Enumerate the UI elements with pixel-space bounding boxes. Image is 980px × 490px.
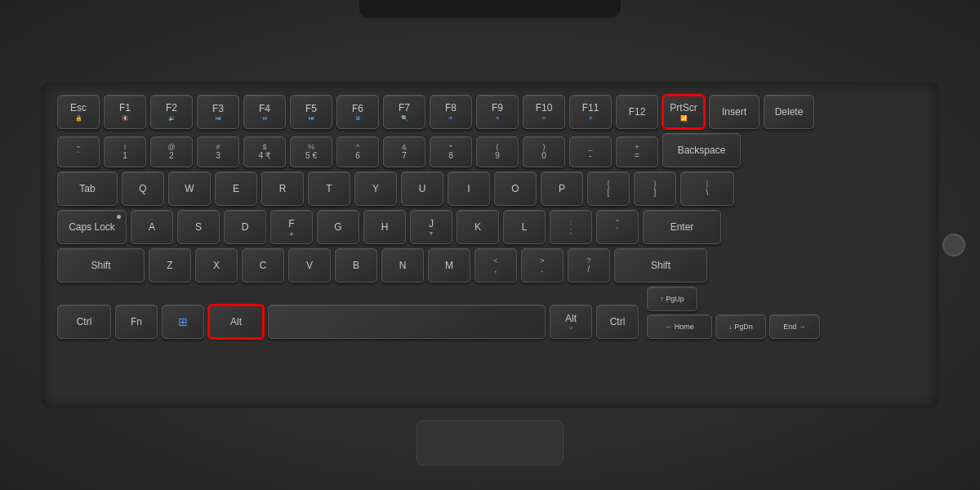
key-period[interactable]: > .: [521, 248, 564, 283]
key-a[interactable]: A: [131, 210, 173, 244]
key-backslash[interactable]: | \: [680, 172, 734, 206]
key-c[interactable]: C: [242, 248, 284, 283]
key-5[interactable]: % 5 €: [290, 136, 332, 167]
key-win[interactable]: ⊞: [162, 305, 204, 339]
key-7[interactable]: & 7: [383, 136, 425, 167]
key-p[interactable]: P: [541, 172, 583, 206]
key-2[interactable]: @ 2: [150, 136, 193, 167]
key-shift-right[interactable]: Shift: [614, 248, 707, 283]
key-tab[interactable]: Tab: [57, 172, 118, 206]
key-enter[interactable]: Enter: [643, 210, 721, 244]
key-minus[interactable]: _ -: [569, 136, 612, 167]
key-t[interactable]: T: [308, 172, 350, 206]
key-f8[interactable]: F8 ✈: [430, 95, 472, 129]
key-esc[interactable]: Esc 🔒: [57, 95, 100, 129]
key-ctrl-right[interactable]: Ctrl: [596, 305, 639, 339]
number-row: ~ ` ! 1 @ 2 # 3 $ 4 ₹ % 5 €: [57, 133, 923, 167]
key-fn[interactable]: Fn: [115, 305, 158, 339]
key-pgup[interactable]: ↑ PgUp: [647, 287, 697, 311]
key-insert[interactable]: Insert: [709, 95, 760, 129]
key-f3[interactable]: F3 ⏮: [197, 95, 239, 129]
nav-cluster: ↑ PgUp ← Home ↓ PgDn End →: [647, 287, 820, 339]
key-q[interactable]: Q: [122, 172, 164, 206]
key-l[interactable]: L: [503, 210, 546, 244]
key-home[interactable]: ← Home: [647, 314, 712, 339]
key-z[interactable]: Z: [149, 248, 191, 283]
key-u[interactable]: U: [401, 172, 443, 206]
key-b[interactable]: B: [335, 248, 377, 283]
zxcv-row: Shift Z X C V B N M < , > . ? / Shift: [57, 248, 923, 283]
key-f7[interactable]: F7 🔍: [383, 95, 425, 129]
key-tilde[interactable]: ~ `: [57, 136, 100, 167]
fn-row: Esc 🔒 F1 🔇 F2 🔉 F3 ⏮ F4 ⏯ F5 ⏭: [57, 95, 923, 129]
key-s[interactable]: S: [177, 210, 220, 244]
key-e[interactable]: E: [215, 172, 257, 206]
key-v[interactable]: V: [288, 248, 331, 283]
key-f1[interactable]: F1 🔇: [104, 95, 146, 129]
key-6[interactable]: ^ 6: [336, 136, 379, 167]
key-r[interactable]: R: [261, 172, 304, 206]
key-f6[interactable]: F6 🖥: [336, 95, 379, 129]
key-end[interactable]: End →: [769, 314, 820, 339]
touchpad[interactable]: [416, 421, 564, 466]
key-g[interactable]: G: [317, 210, 359, 244]
key-h[interactable]: H: [363, 210, 406, 244]
key-comma[interactable]: < ,: [474, 248, 517, 283]
keyboard: Esc 🔒 F1 🔇 F2 🔉 F3 ⏮ F4 ⏯ F5 ⏭: [41, 82, 939, 408]
power-button[interactable]: [942, 234, 965, 256]
key-n[interactable]: N: [381, 248, 424, 283]
qwerty-row: Tab Q W E R T Y U I O P { [ } ] | \: [57, 172, 923, 206]
key-ctrl-left[interactable]: Ctrl: [57, 305, 111, 339]
key-f2[interactable]: F2 🔉: [150, 95, 193, 129]
key-shift-left[interactable]: Shift: [57, 248, 145, 283]
bottom-row: Ctrl Fn ⊞ Alt Alt ≡ Ctrl ↑ PgUp: [57, 287, 923, 339]
key-8[interactable]: * 8: [430, 136, 472, 167]
laptop-body: Esc 🔒 F1 🔇 F2 🔉 F3 ⏮ F4 ⏯ F5 ⏭: [0, 0, 980, 490]
key-4[interactable]: $ 4 ₹: [243, 136, 286, 167]
key-rbracket[interactable]: } ]: [634, 172, 676, 206]
key-delete[interactable]: Delete: [764, 95, 814, 129]
key-f4[interactable]: F4 ⏯: [243, 95, 286, 129]
nav-bottom: ← Home ↓ PgDn End →: [647, 314, 820, 339]
key-j[interactable]: J ▼: [410, 210, 452, 244]
key-f11[interactable]: F11 ☀: [569, 95, 612, 129]
key-capslock[interactable]: Caps Lock: [57, 210, 127, 244]
key-y[interactable]: Y: [354, 172, 397, 206]
key-pgdn[interactable]: ↓ PgDn: [715, 314, 766, 339]
key-equals[interactable]: + =: [616, 136, 658, 167]
key-alt-left[interactable]: Alt: [208, 305, 264, 339]
key-0[interactable]: ) 0: [523, 136, 565, 167]
key-backspace[interactable]: Backspace: [662, 133, 741, 167]
key-3[interactable]: # 3: [197, 136, 239, 167]
key-w[interactable]: W: [168, 172, 211, 206]
key-lbracket[interactable]: { [: [587, 172, 630, 206]
key-9[interactable]: ( 9: [476, 136, 519, 167]
key-d[interactable]: D: [224, 210, 266, 244]
key-f10[interactable]: F10 ✳: [523, 95, 565, 129]
key-f9[interactable]: F9 ☀: [476, 95, 519, 129]
key-space[interactable]: [268, 305, 546, 339]
key-i[interactable]: I: [448, 172, 490, 206]
key-m[interactable]: M: [428, 248, 470, 283]
key-1[interactable]: ! 1: [104, 136, 146, 167]
key-semicolon[interactable]: : ;: [550, 210, 592, 244]
key-slash[interactable]: ? /: [568, 248, 610, 283]
key-k[interactable]: K: [457, 210, 499, 244]
key-f[interactable]: F ▲: [270, 210, 313, 244]
asdf-row: Caps Lock A S D F ▲ G H J ▼ K L : ; ": [57, 210, 923, 244]
key-o[interactable]: O: [494, 172, 537, 206]
key-f12[interactable]: F12: [616, 95, 658, 129]
key-alt-right[interactable]: Alt ≡: [550, 305, 592, 339]
laptop-hinge: [359, 0, 621, 18]
key-prtscr[interactable]: PrtScr 📶: [662, 95, 705, 129]
key-x[interactable]: X: [195, 248, 238, 283]
key-f5[interactable]: F5 ⏭: [290, 95, 332, 129]
key-quote[interactable]: " ': [596, 210, 639, 244]
